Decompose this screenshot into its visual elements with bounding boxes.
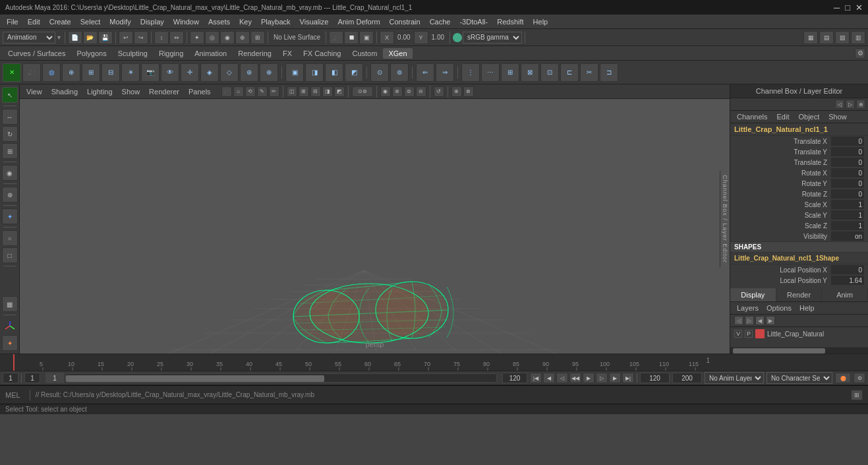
ch-translate-y-value[interactable] bbox=[831, 147, 864, 156]
scrollbar-thumb[interactable] bbox=[733, 348, 825, 354]
menu-display[interactable]: Display bbox=[136, 16, 168, 27]
vp-display5[interactable]: ◩ bbox=[334, 86, 345, 97]
menu-edit[interactable]: Edit bbox=[24, 16, 44, 27]
tab-curves-surfaces[interactable]: Curves / Surfaces bbox=[3, 48, 71, 59]
end-frame-input[interactable] bbox=[502, 373, 527, 383]
menu-assets[interactable]: Assets bbox=[204, 16, 234, 27]
vp-menu-show[interactable]: Show bbox=[118, 86, 144, 97]
no-char-set-dropdown[interactable]: No Character Set bbox=[767, 372, 832, 384]
vp-misc2[interactable]: ⊗ bbox=[463, 86, 474, 97]
play-forward-button[interactable]: ▶ bbox=[583, 373, 594, 383]
close-button[interactable]: ✕ bbox=[855, 3, 863, 13]
ch-local-pos-x-value[interactable] bbox=[831, 265, 864, 274]
tab-fx-caching[interactable]: FX Caching bbox=[298, 48, 346, 59]
minimize-button[interactable]: ─ bbox=[834, 3, 840, 13]
display3-icon[interactable]: ◧ bbox=[325, 63, 343, 82]
open-file-button[interactable]: 📂 bbox=[83, 31, 98, 44]
menu-help[interactable]: Help bbox=[529, 16, 552, 27]
vp-menu-renderer[interactable]: Renderer bbox=[145, 86, 183, 97]
quick-layout-btn[interactable]: ▦ bbox=[2, 296, 18, 312]
menu-file[interactable]: File bbox=[3, 16, 22, 27]
menu-redshift[interactable]: Redshift bbox=[493, 16, 527, 27]
vp-menu-panels[interactable]: Panels bbox=[185, 86, 215, 97]
magnet-btn[interactable]: ⊕ bbox=[235, 31, 250, 44]
vp-icon-brush[interactable]: ✎ bbox=[257, 86, 268, 97]
camera-icon[interactable]: 🎥 bbox=[22, 63, 41, 82]
layout-btn-2[interactable]: ▤ bbox=[819, 31, 834, 44]
coord-x-btn[interactable]: X bbox=[380, 31, 394, 44]
step-forward-button[interactable]: ▶ bbox=[609, 373, 621, 383]
vp-shading4[interactable]: ⊝ bbox=[416, 86, 426, 97]
frame-range-slider[interactable] bbox=[65, 373, 497, 383]
gamma-ball[interactable] bbox=[453, 33, 462, 42]
menu-modify[interactable]: Modify bbox=[105, 16, 134, 27]
tool1-icon[interactable]: ⋮ bbox=[461, 63, 480, 82]
snap1-icon[interactable]: ◈ bbox=[200, 63, 219, 82]
tool8-icon[interactable]: ⊐ bbox=[600, 63, 618, 82]
transform2-button[interactable]: ⇔ bbox=[169, 31, 184, 44]
auto-key-button[interactable]: ⬤ bbox=[835, 373, 851, 383]
step-back-button[interactable]: ◀ bbox=[543, 373, 555, 383]
layer-last-icon[interactable]: ▶ bbox=[766, 316, 775, 325]
tab-custom[interactable]: Custom bbox=[347, 48, 383, 59]
layout-btn-4[interactable]: ▥ bbox=[851, 31, 865, 44]
tool3-icon[interactable]: ⊞ bbox=[501, 63, 519, 82]
panel-icon-2[interactable]: ▷ bbox=[846, 100, 855, 109]
vp-menu-shading[interactable]: Shading bbox=[47, 86, 82, 97]
vp-shading3[interactable]: ⊜ bbox=[404, 86, 415, 97]
vp-display1[interactable]: ◫ bbox=[287, 86, 297, 97]
vp-menu-view[interactable]: View bbox=[22, 86, 46, 97]
ch-translate-z-value[interactable] bbox=[831, 158, 864, 167]
layer-prev-icon[interactable]: ▷ bbox=[745, 316, 754, 325]
tool7-icon[interactable]: ✂ bbox=[580, 63, 598, 82]
display4-icon[interactable]: ◩ bbox=[345, 63, 363, 82]
anim-tab[interactable]: Anim bbox=[822, 288, 868, 301]
panel-icon-3[interactable]: ⊕ bbox=[856, 100, 865, 109]
tab-sculpting[interactable]: Sculpting bbox=[113, 48, 153, 59]
vp-render1[interactable]: ⊙⊚ bbox=[352, 86, 373, 97]
menu-window[interactable]: Window bbox=[169, 16, 203, 27]
tab-xgen[interactable]: XGen bbox=[383, 48, 412, 59]
lasso-btn[interactable]: ◎ bbox=[205, 31, 219, 44]
transform-button[interactable]: ↕ bbox=[154, 31, 169, 44]
vp-shading2[interactable]: ⊛ bbox=[392, 86, 403, 97]
vp-shading1[interactable]: ◉ bbox=[380, 86, 391, 97]
ch-menu-channels[interactable]: Channels bbox=[734, 112, 770, 121]
render-btn[interactable]: 🔲 bbox=[344, 31, 359, 44]
menu-playback[interactable]: Playback bbox=[257, 16, 295, 27]
layer-v-toggle[interactable]: V bbox=[734, 330, 742, 338]
vp-display3[interactable]: ⊟ bbox=[310, 86, 321, 97]
new-file-button[interactable]: 📄 bbox=[68, 31, 82, 44]
range-end-input[interactable] bbox=[640, 373, 670, 383]
vp-menu-lighting[interactable]: Lighting bbox=[83, 86, 117, 97]
show-manip[interactable]: ⊕ bbox=[2, 187, 18, 202]
snap2-icon[interactable]: ◇ bbox=[220, 63, 239, 82]
ch-menu-object[interactable]: Object bbox=[796, 112, 822, 121]
menu-constrain[interactable]: Constrain bbox=[386, 16, 424, 27]
select-tool-icon[interactable]: ✕ bbox=[3, 63, 21, 82]
menu-create[interactable]: Create bbox=[45, 16, 75, 27]
ch-local-pos-y-value[interactable] bbox=[831, 276, 864, 285]
brush-icon[interactable]: ◍ bbox=[42, 63, 61, 82]
vp-display4[interactable]: ◨ bbox=[322, 86, 333, 97]
frame-range-display[interactable] bbox=[45, 373, 64, 383]
xray-btn[interactable]: ✦ bbox=[2, 335, 18, 351]
menu-select[interactable]: Select bbox=[76, 16, 105, 27]
panel-icon-1[interactable]: ◁ bbox=[835, 100, 844, 109]
go-start-button[interactable]: |◀ bbox=[530, 373, 542, 383]
tool6-icon[interactable]: ⊏ bbox=[560, 63, 579, 82]
light-icon[interactable]: ☀ bbox=[121, 63, 140, 82]
transform-icon[interactable]: ⊕ bbox=[62, 63, 80, 82]
ch-menu-edit[interactable]: Edit bbox=[774, 112, 792, 121]
menu-cache[interactable]: Cache bbox=[426, 16, 455, 27]
layers-menu[interactable]: Layers bbox=[734, 303, 761, 313]
status-icon-btn[interactable]: ⊞ bbox=[851, 390, 863, 400]
eye-icon[interactable]: 👁 bbox=[161, 63, 179, 82]
display1-icon[interactable]: ▣ bbox=[285, 63, 304, 82]
snap4-icon[interactable]: ⊕ bbox=[260, 63, 278, 82]
layout-btn-1[interactable]: ▦ bbox=[803, 31, 818, 44]
lasso-tool[interactable]: ○ bbox=[2, 230, 18, 246]
ch-visibility-value[interactable] bbox=[831, 232, 864, 241]
paint-tool[interactable]: ✦ bbox=[2, 208, 18, 224]
gamma-dropdown[interactable]: sRGB gamma bbox=[463, 32, 522, 44]
